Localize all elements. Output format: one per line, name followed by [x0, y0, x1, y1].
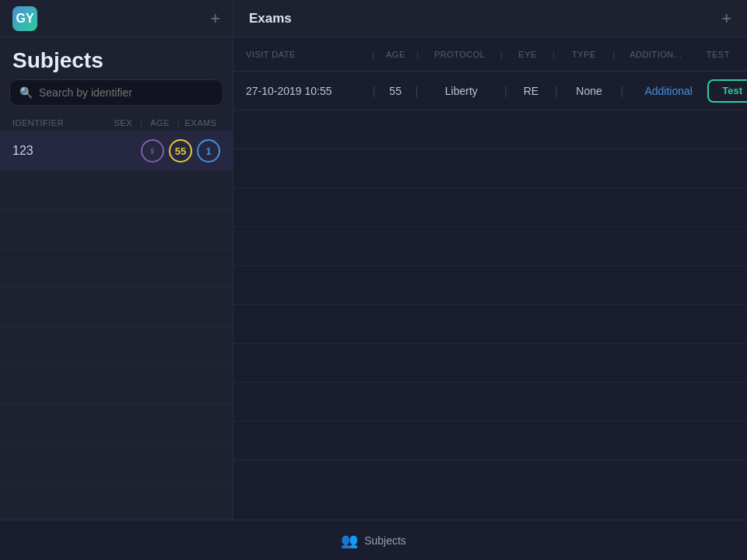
search-input[interactable]: [39, 86, 213, 99]
exams-table-header: VISIT DATE | AGE | PROTOCOL | EYE | TYPE…: [233, 37, 747, 72]
exam-test-button[interactable]: Test: [707, 79, 747, 103]
exam-type: None: [564, 85, 615, 97]
col-header-additional: ADDITION...: [617, 50, 695, 59]
top-bar: GY + Exams +: [0, 0, 747, 37]
col-header-test: TEST: [695, 50, 742, 59]
col-header-identifier: IDENTIFIER: [12, 118, 107, 128]
add-subject-button[interactable]: +: [210, 10, 220, 27]
search-bar[interactable]: 🔍: [9, 79, 223, 106]
subject-row[interactable]: 123 ♀ 55 1: [0, 131, 233, 171]
exam-visit-date: 27-10-2019 10:55: [246, 85, 366, 97]
search-icon: 🔍: [19, 86, 33, 99]
col-header-age: AGE: [376, 50, 415, 59]
bottom-bar: 👥 Subjects: [0, 520, 747, 560]
col-header-type: TYPE: [556, 50, 611, 59]
subjects-icon: 👥: [341, 532, 358, 549]
empty-rows-left: [0, 171, 233, 520]
right-panel-top-bar: Exams +: [233, 0, 747, 37]
sex-icon: ♀: [149, 145, 157, 157]
badge-age: 55: [169, 139, 192, 163]
col-header-age: AGE: [145, 118, 176, 128]
left-panel-top-bar: GY +: [0, 0, 233, 37]
subjects-heading: Subjects: [0, 37, 233, 79]
right-panel: VISIT DATE | AGE | PROTOCOL | EYE | TYPE…: [233, 37, 747, 520]
subjects-table-header: IDENTIFIER SEX | AGE | EXAMS: [0, 115, 233, 131]
app-icon: GY: [12, 6, 37, 31]
main-content: Subjects 🔍 IDENTIFIER SEX | AGE | EXAMS …: [0, 37, 747, 520]
add-exam-button[interactable]: +: [721, 10, 731, 27]
exam-age: 55: [382, 85, 409, 97]
badge-sex: ♀: [141, 139, 164, 163]
empty-rows-right: [233, 110, 747, 520]
badge-exams: 1: [197, 139, 220, 163]
exam-row[interactable]: 27-10-2019 10:55 | 55 | Liberty | RE | N…: [233, 72, 747, 110]
bottom-subjects-label: Subjects: [364, 534, 406, 547]
col-header-sex: SEX: [107, 118, 139, 128]
exam-additional: Additional: [630, 85, 707, 97]
exams-title: Exams: [249, 11, 292, 26]
exam-eye: RE: [514, 85, 549, 97]
subject-id: 123: [12, 144, 141, 158]
col-header-protocol: PROTOCOL: [421, 50, 499, 59]
left-panel: Subjects 🔍 IDENTIFIER SEX | AGE | EXAMS …: [0, 37, 233, 520]
col-header-exams: EXAMS: [181, 118, 220, 128]
col-header-visit-date: VISIT DATE: [246, 50, 370, 59]
col-header-eye: EYE: [504, 50, 551, 59]
exam-protocol: Liberty: [424, 85, 498, 97]
